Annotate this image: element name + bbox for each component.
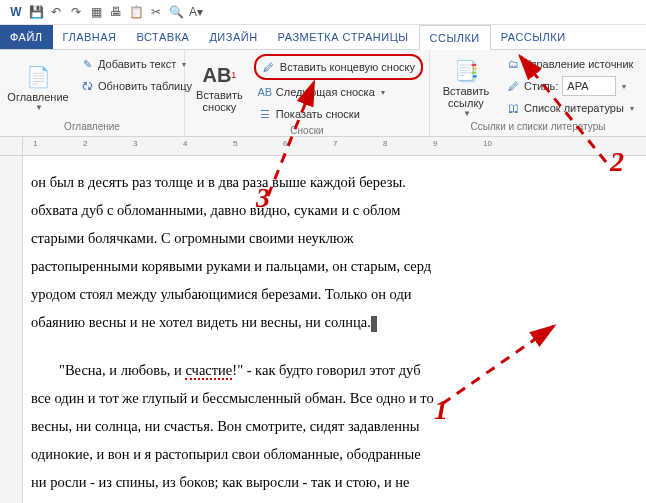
style-value[interactable]: APA [562,76,616,96]
cut-icon[interactable]: ✂ [148,4,164,20]
insert-citation-button[interactable]: 📑 Вставить ссылку ▼ [436,54,496,120]
table-icon[interactable]: ▦ [88,4,104,20]
add-text-button[interactable]: ✎Добавить текст▾ [76,54,196,74]
bibliography-button[interactable]: 🕮Список литературы▾ [502,98,638,118]
print-icon[interactable]: 🖶 [108,4,124,20]
redo-icon[interactable]: ↷ [68,4,84,20]
endnote-icon: 🖉 [262,61,276,73]
quick-access-toolbar: W 💾 ↶ ↷ ▦ 🖶 📋 ✂ 🔍 A▾ [0,0,646,25]
paste-icon[interactable]: 📋 [128,4,144,20]
biblio-icon: 🕮 [506,102,520,114]
tab-references[interactable]: ССЫЛКИ [419,25,491,50]
show-notes-label: Показать сноски [276,108,360,120]
show-notes-button[interactable]: ☰Показать сноски [254,104,423,124]
vertical-ruler[interactable] [0,156,23,503]
group-citations-title: Ссылки и списки литературы [436,120,640,134]
footnote-icon: AB1 [202,61,236,89]
group-footnotes: AB1 Вставить сноску 🖉Вставить концевую с… [185,50,430,136]
insert-endnote-button[interactable]: 🖉Вставить концевую сноску [254,54,423,80]
tab-insert[interactable]: ВСТАВКА [127,25,200,49]
next-footnote-button[interactable]: ABСледующая сноска▾ [254,82,423,102]
horizontal-ruler[interactable]: 1 2 3 4 5 6 7 8 9 10 [23,137,646,155]
group-citations: 📑 Вставить ссылку ▼ 🗂Управление источник… [430,50,646,136]
add-text-label: Добавить текст [98,58,176,70]
group-toc-title: Оглавление [6,120,178,134]
tab-page-layout[interactable]: РАЗМЕТКА СТРАНИЦЫ [268,25,419,49]
ribbon: 📄 Оглавление ▼ ✎Добавить текст▾ 🗘Обновит… [0,50,646,137]
tab-design[interactable]: ДИЗАЙН [199,25,267,49]
tab-home[interactable]: ГЛАВНАЯ [53,25,127,49]
font-icon[interactable]: A▾ [188,4,204,20]
insert-citation-label: Вставить ссылку [443,85,490,109]
page-area: он был в десять раз толще и в два раза в… [0,156,646,503]
update-table-button[interactable]: 🗘Обновить таблицу [76,76,196,96]
spell-error[interactable]: счастие [185,362,232,380]
toc-icon: 📄 [26,63,51,91]
citation-icon: 📑 [454,57,479,85]
next-footnote-icon: AB [258,86,272,98]
group-toc: 📄 Оглавление ▼ ✎Добавить текст▾ 🗘Обновит… [0,50,185,136]
next-footnote-label: Следующая сноска [276,86,375,98]
save-icon[interactable]: 💾 [28,4,44,20]
add-text-icon: ✎ [80,58,94,71]
toc-label: Оглавление [7,91,68,103]
manage-sources-label: Управление источник [524,58,633,70]
style-label: Стиль: [524,80,558,92]
tab-mailings[interactable]: РАССЫЛКИ [491,25,576,49]
toc-button[interactable]: 📄 Оглавление ▼ [6,54,70,120]
ribbon-tabs: ФАЙЛ ГЛАВНАЯ ВСТАВКА ДИЗАЙН РАЗМЕТКА СТР… [0,25,646,50]
ruler-corner [0,137,23,155]
word-icon: W [8,4,24,20]
update-icon: 🗘 [80,80,94,92]
insert-endnote-label: Вставить концевую сноску [280,61,415,73]
update-label: Обновить таблицу [98,80,192,92]
group-footnotes-title: Сноски [191,124,423,138]
paragraph-1[interactable]: он был в десять раз толще и в два раза в… [23,168,646,336]
manage-sources-button[interactable]: 🗂Управление источник [502,54,638,74]
show-notes-icon: ☰ [258,108,272,121]
insert-footnote-button[interactable]: AB1 Вставить сноску [191,54,248,120]
tab-file[interactable]: ФАЙЛ [0,25,53,49]
text-cursor [371,316,377,332]
ruler: 1 2 3 4 5 6 7 8 9 10 [0,137,646,156]
undo-icon[interactable]: ↶ [48,4,64,20]
paragraph-2[interactable]: "Весна, и любовь, и счастие!" - как будт… [23,356,646,496]
manage-sources-icon: 🗂 [506,58,520,70]
biblio-label: Список литературы [524,102,624,114]
style-selector[interactable]: 🖉Стиль: APA▾ [502,76,638,96]
insert-footnote-label: Вставить сноску [196,89,243,113]
style-icon: 🖉 [506,80,520,92]
zoom-icon[interactable]: 🔍 [168,4,184,20]
document-body[interactable]: он был в десять раз толще и в два раза в… [23,156,646,503]
